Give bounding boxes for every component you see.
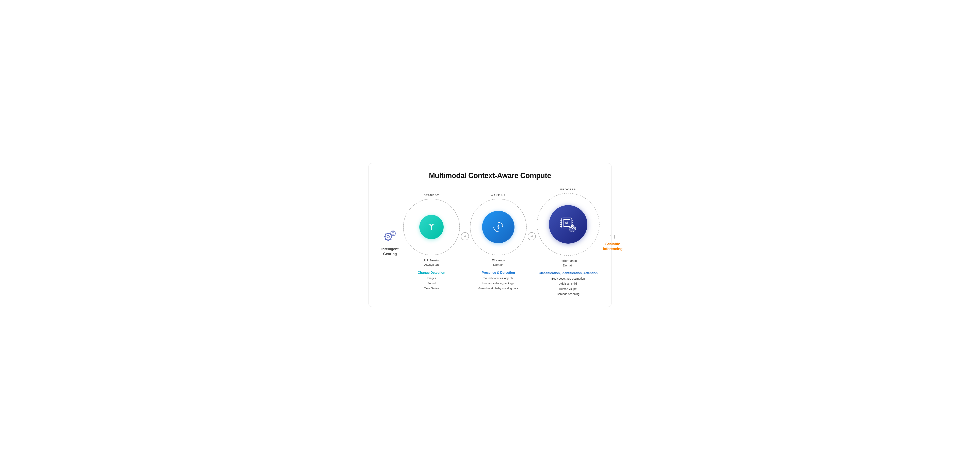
- presence-item-3: Glass break, baby cry, dog bark: [479, 286, 519, 291]
- arrow-connector-2: ⇌: [527, 232, 537, 240]
- page-title: Multimodal Context-Aware Compute: [375, 171, 605, 180]
- circles-section: STANDBY: [403, 188, 600, 297]
- classification-items: Body pose, age estimation Adult vs. chil…: [539, 276, 598, 297]
- arrow-2: ⇌: [528, 232, 536, 240]
- change-item-1: Images: [418, 276, 445, 281]
- class-item-1: Body pose, age estimation: [539, 276, 598, 281]
- svg-rect-13: [392, 235, 394, 236]
- class-item-3: Human vs. pet: [539, 286, 598, 292]
- process-inner-circle: Ai: [549, 205, 587, 244]
- change-item-3: Time Series: [418, 286, 445, 291]
- svg-point-11: [392, 232, 394, 234]
- sensor-icon: [426, 221, 437, 232]
- presence-item-2: Human, vehicle, package: [479, 281, 519, 286]
- presence-detection-title: Presence & Detection: [479, 271, 519, 275]
- process-outer-circle: Ai: [537, 193, 600, 256]
- up-arrow: ↑: [609, 233, 612, 240]
- ai-chip-icon: Ai: [558, 215, 578, 234]
- svg-point-1: [387, 235, 389, 238]
- svg-text:Ai: Ai: [565, 221, 568, 224]
- wakeup-bottom: Presence & Detection Sound events & obje…: [479, 271, 519, 291]
- wakeup-sublabel: Efficiency Domain: [492, 258, 505, 267]
- standby-inner-circle: [419, 215, 444, 239]
- svg-rect-2: [388, 233, 389, 234]
- process-group: PROCESS Ai: [537, 188, 600, 297]
- arrow-connector-1: ⇌: [460, 232, 470, 240]
- standby-outer-circle: [403, 198, 460, 255]
- svg-rect-5: [391, 236, 392, 237]
- classification-title: Classification, Identification, Attentio…: [539, 272, 598, 275]
- svg-rect-4: [384, 236, 386, 237]
- presence-item-1: Sound events & objects: [479, 276, 519, 281]
- wakeup-inner-circle: [482, 211, 514, 243]
- svg-rect-14: [390, 233, 391, 234]
- svg-rect-9: [390, 238, 392, 240]
- main-container: Multimodal Context-Aware Compute: [369, 163, 611, 307]
- scalable-inferencing-label: Scalable Inferencing: [603, 242, 622, 251]
- svg-point-21: [431, 228, 432, 230]
- presence-detection-items: Sound events & objects Human, vehicle, p…: [479, 276, 519, 291]
- standby-group: STANDBY: [403, 194, 460, 291]
- standby-bottom: Change Detection Images Sound Time Serie…: [418, 271, 445, 291]
- change-detection-items: Images Sound Time Series: [418, 276, 445, 291]
- arrow-1: ⇌: [461, 232, 469, 240]
- intelligent-gearing-label: Intelligent Gearing: [382, 247, 399, 256]
- right-section: ↑ ↓ Scalable Inferencing: [600, 233, 626, 251]
- standby-label-top: STANDBY: [424, 194, 439, 197]
- svg-rect-12: [392, 231, 394, 232]
- svg-point-46: [572, 228, 573, 229]
- change-detection-title: Change Detection: [418, 271, 445, 275]
- down-arrow: ↓: [613, 233, 616, 240]
- class-item-2: Adult vs. child: [539, 281, 598, 286]
- updown-arrows-icon: ↑ ↓: [609, 233, 616, 240]
- process-label-top: PROCESS: [560, 188, 576, 191]
- change-item-2: Sound: [418, 281, 445, 286]
- svg-rect-8: [385, 238, 387, 240]
- wakeup-outer-circle: [470, 198, 527, 255]
- process-bottom: Classification, Identification, Attentio…: [539, 272, 598, 297]
- wakeup-label-top: WAKE UP: [491, 194, 506, 197]
- svg-point-20: [431, 226, 432, 228]
- process-sublabel: Performance Domain: [560, 259, 577, 268]
- efficiency-icon: [491, 220, 505, 234]
- left-section: Intelligent Gearing: [377, 228, 403, 256]
- svg-rect-15: [395, 233, 396, 234]
- wakeup-group: WAKE UP: [470, 194, 527, 291]
- standby-sublabel: ULP Sensing Always On: [423, 258, 440, 267]
- class-item-4: Barcode scanning: [539, 292, 598, 297]
- svg-rect-3: [388, 240, 389, 241]
- svg-marker-24: [497, 224, 500, 230]
- gears-icon: [382, 228, 398, 245]
- diagram-area: Intelligent Gearing STANDBY: [375, 188, 605, 297]
